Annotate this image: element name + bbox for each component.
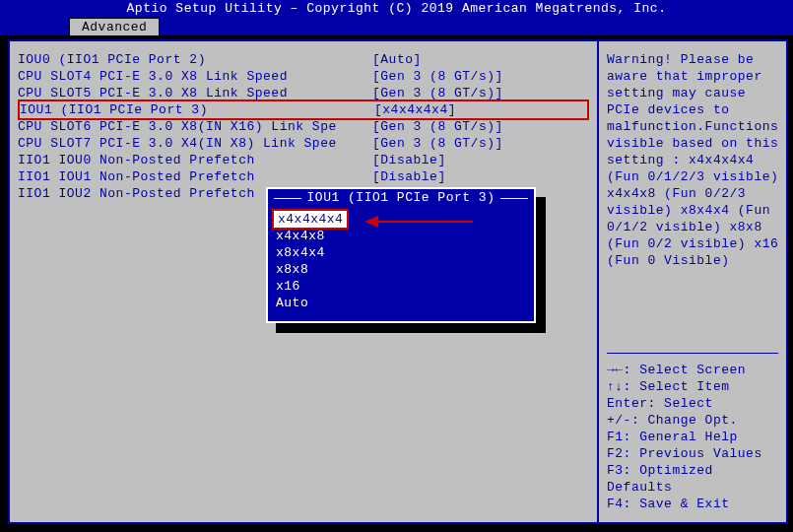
popup-title-row: IOU1 (IIO1 PCIe Port 3)	[268, 189, 534, 207]
popup-option[interactable]: x8x8	[274, 261, 528, 278]
setting-value: [Gen 3 (8 GT/s)]	[372, 135, 503, 152]
popup-body: x4x4x4x4 x4x4x8 x8x4x4 x8x8 x16 Auto	[268, 207, 534, 321]
setting-value: [Gen 3 (8 GT/s)]	[372, 118, 503, 135]
nav-line: ↑↓: Select Item	[607, 378, 778, 395]
nav-line: F2: Previous Values	[607, 445, 778, 462]
popup-option-selected[interactable]: x4x4x4x4	[272, 209, 349, 230]
setting-row[interactable]: CPU SLOT4 PCI-E 3.0 X8 Link Speed [Gen 3…	[18, 68, 589, 85]
settings-panel: IOU0 (IIO1 PCIe Port 2) [Auto] CPU SLOT4…	[8, 39, 599, 524]
nav-line: +/-: Change Opt.	[607, 412, 778, 429]
popup-option[interactable]: x16	[274, 278, 528, 295]
setting-row[interactable]: IIO1 IOU0 Non-Posted Prefetch [Disable]	[18, 152, 589, 168]
setting-row[interactable]: CPU SLOT6 PCI-E 3.0 X8(IN X16) Link Spe …	[18, 118, 589, 135]
setting-value: [Gen 3 (8 GT/s)]	[372, 85, 503, 101]
setting-label: IOU0 (IIO1 PCIe Port 2)	[18, 51, 372, 68]
help-panel: Warning! Please be aware that improper s…	[599, 39, 788, 524]
help-text: Warning! Please be aware that improper s…	[607, 51, 778, 269]
nav-help: →←: Select Screen ↑↓: Select Item Enter:…	[607, 362, 778, 512]
divider	[607, 353, 778, 354]
nav-line: F4: Save & Exit	[607, 496, 778, 512]
setting-row[interactable]: CPU SLOT7 PCI-E 3.0 X4(IN X8) Link Spee …	[18, 135, 589, 152]
tab-advanced[interactable]: Advanced	[69, 18, 160, 35]
setting-row[interactable]: IOU0 (IIO1 PCIe Port 2) [Auto]	[18, 51, 589, 68]
setting-value: [Auto]	[372, 51, 422, 68]
setting-label: IOU1 (IIO1 PCIe Port 3)	[20, 101, 374, 118]
setting-value: [Disable]	[372, 168, 446, 185]
setting-label: CPU SLOT6 PCI-E 3.0 X8(IN X16) Link Spe	[18, 118, 372, 135]
setting-label: IIO1 IOU0 Non-Posted Prefetch	[18, 152, 372, 168]
setting-label: IIO1 IOU1 Non-Posted Prefetch	[18, 168, 372, 185]
setting-value: [Gen 3 (8 GT/s)]	[372, 68, 503, 85]
setting-label: CPU SLOT7 PCI-E 3.0 X4(IN X8) Link Spee	[18, 135, 372, 152]
setting-row[interactable]: IIO1 IOU1 Non-Posted Prefetch [Disable]	[18, 168, 589, 185]
setting-label: CPU SLOT4 PCI-E 3.0 X8 Link Speed	[18, 68, 372, 85]
nav-line: →←: Select Screen	[607, 362, 778, 378]
nav-line: F3: Optimized Defaults	[607, 462, 778, 496]
option-popup: IOU1 (IIO1 PCIe Port 3) x4x4x4x4 x4x4x8 …	[266, 187, 536, 323]
tab-row: Advanced	[0, 18, 793, 35]
popup-title: IOU1 (IIO1 PCIe Port 3)	[301, 189, 501, 207]
setting-value: [x4x4x4x4]	[374, 101, 456, 118]
main-area: IOU0 (IIO1 PCIe Port 2) [Auto] CPU SLOT4…	[0, 35, 793, 532]
setting-row-highlighted[interactable]: IOU1 (IIO1 PCIe Port 3) [x4x4x4x4]	[18, 100, 589, 120]
nav-line: F1: General Help	[607, 429, 778, 445]
popup-option[interactable]: Auto	[274, 295, 528, 311]
nav-line: Enter: Select	[607, 395, 778, 412]
popup-option[interactable]: x8x4x4	[274, 244, 528, 261]
title-bar: Aptio Setup Utility – Copyright (C) 2019…	[0, 0, 793, 18]
setting-label: CPU SLOT5 PCI-E 3.0 X8 Link Speed	[18, 85, 372, 101]
popup-option[interactable]: x4x4x8	[274, 228, 528, 244]
setting-value: [Disable]	[372, 152, 446, 168]
